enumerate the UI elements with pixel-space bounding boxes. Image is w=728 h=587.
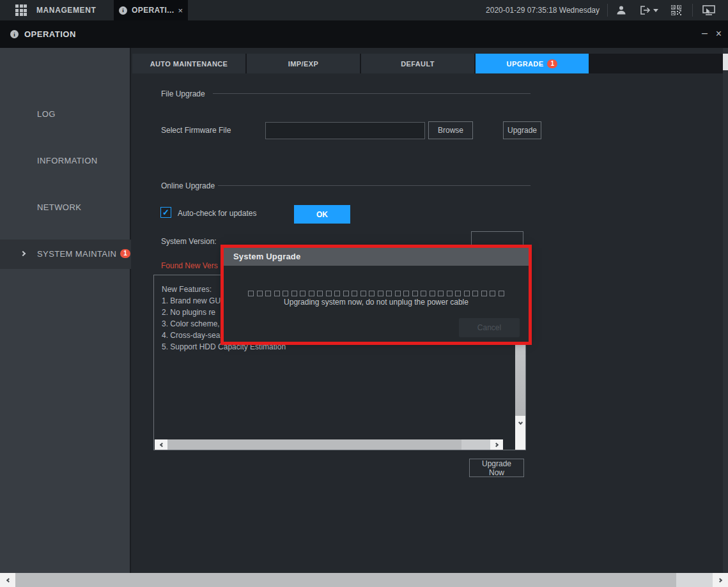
page-horizontal-scrollbar[interactable] <box>0 573 728 587</box>
chevron-right-icon <box>493 442 498 446</box>
sidebar-nav: LOG INFORMATION NETWORK SYSTEM MAINTAIN1 <box>0 48 131 573</box>
progress-squares <box>224 291 529 296</box>
section-divider <box>213 93 531 94</box>
close-button[interactable]: × <box>716 20 722 48</box>
chevron-down-icon <box>518 420 522 425</box>
info-icon: i <box>119 6 127 15</box>
vertical-scroll-thumb[interactable] <box>723 54 728 70</box>
sidebar-item-system-maintain[interactable]: SYSTEM MAINTAIN1 <box>0 240 131 269</box>
window-title-bar: i OPERATION – × <box>0 20 728 48</box>
tab-auto-maintenance[interactable]: AUTO MAINTENANCE <box>132 54 245 73</box>
apps-grid-icon[interactable] <box>15 4 28 16</box>
scroll-right-button[interactable] <box>713 573 728 587</box>
sidebar-item-information[interactable]: INFORMATION <box>0 146 131 176</box>
scroll-left-button[interactable] <box>0 573 15 587</box>
dialog-message: Upgrading system now, do not unplug the … <box>224 298 529 307</box>
chevron-left-icon <box>159 442 164 446</box>
scroll-left-button[interactable] <box>155 439 167 450</box>
feature-item: 4. Cross-day-sea <box>162 331 220 340</box>
partially-hidden-check-button[interactable] <box>471 231 523 248</box>
qr-code-icon[interactable] <box>669 4 683 16</box>
select-firmware-label: Select Firmware File <box>161 126 231 135</box>
chevron-right-icon <box>717 577 722 582</box>
online-upgrade-section-title: Online Upgrade <box>161 181 215 190</box>
tab-default[interactable]: DEFAULT <box>361 54 474 73</box>
chevron-left-icon <box>6 577 10 582</box>
minimize-button[interactable]: – <box>702 20 708 48</box>
chevron-right-icon <box>20 251 26 256</box>
horizontal-scroll-thumb[interactable] <box>167 439 461 450</box>
page-vertical-scrollbar[interactable] <box>723 48 728 573</box>
system-version-label: System Version: <box>161 237 217 246</box>
ok-button[interactable]: OK <box>294 205 350 224</box>
datetime-display: 2020-01-29 07:35:18 Wednesday <box>481 0 600 20</box>
separator <box>692 4 693 17</box>
section-divider <box>218 185 531 186</box>
user-icon[interactable] <box>614 4 628 16</box>
alert-badge: 1 <box>547 59 557 68</box>
window-title: OPERATION <box>24 20 76 48</box>
autocheck-label: Auto-check for updates <box>178 209 256 218</box>
found-new-version-text: Found New Vers <box>161 261 220 270</box>
tab-upgrade[interactable]: UPGRADE 1 <box>476 54 589 73</box>
upgrade-now-button[interactable]: Upgrade Now <box>469 459 524 477</box>
logout-dropdown-caret[interactable] <box>653 9 658 12</box>
checkmark-icon: ✓ <box>162 208 169 217</box>
browse-button[interactable]: Browse <box>428 121 473 139</box>
tab-imp-exp[interactable]: IMP/EXP <box>247 54 360 73</box>
file-upgrade-section-title: File Upgrade <box>161 89 205 98</box>
operation-top-tab[interactable]: i OPERATI... × <box>114 0 188 20</box>
feature-item: 5. Support HDD Capacity Estimation <box>162 342 286 351</box>
info-icon: i <box>10 30 19 38</box>
feature-item: 1. Brand new GU <box>162 296 221 305</box>
system-upgrade-dialog: System Upgrade Upgrading system now, do … <box>224 248 529 342</box>
feature-item: 3. Color scheme, <box>162 319 220 328</box>
separator <box>607 4 608 17</box>
logout-icon[interactable] <box>639 4 659 16</box>
features-heading: New Features: <box>162 285 212 294</box>
dialog-title: System Upgrade <box>224 248 529 266</box>
sidebar-item-log[interactable]: LOG <box>0 100 131 129</box>
autocheck-checkbox[interactable]: ✓ <box>160 207 171 218</box>
sidebar-item-network[interactable]: NETWORK <box>0 193 131 222</box>
alert-badge: 1 <box>120 249 130 258</box>
scroll-down-button[interactable] <box>515 416 525 450</box>
firmware-file-input[interactable] <box>265 122 425 139</box>
feature-item: 2. No plugins re <box>162 308 215 317</box>
tab-close-icon[interactable]: × <box>178 6 183 15</box>
upgrade-button[interactable]: Upgrade <box>503 121 541 139</box>
top-tab-label: OPERATI... <box>132 6 175 15</box>
top-bar: MANAGEMENT i OPERATI... × 2020-01-29 07:… <box>0 0 728 20</box>
management-menu[interactable]: MANAGEMENT <box>36 0 96 20</box>
scroll-right-button[interactable] <box>490 439 503 450</box>
features-horizontal-scrollbar[interactable] <box>155 439 503 450</box>
cancel-button-disabled[interactable]: Cancel <box>459 318 520 337</box>
display-screen-icon[interactable] <box>702 4 716 16</box>
application-window: MANAGEMENT i OPERATI... × 2020-01-29 07:… <box>0 0 728 587</box>
horizontal-scroll-thumb[interactable] <box>15 573 676 587</box>
